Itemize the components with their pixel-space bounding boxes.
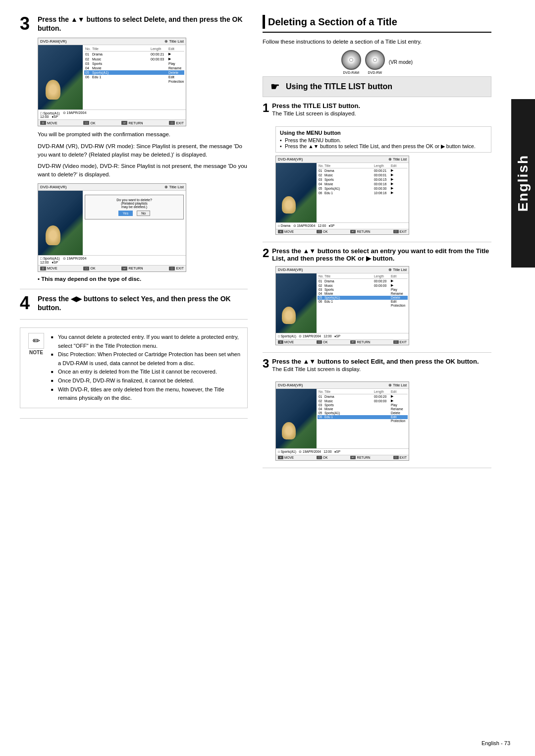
- divider-right-3: [263, 468, 491, 468]
- dvd-screen-1-header-left: DVD-RAM(VR): [40, 39, 67, 44]
- footer-text: English - 73: [482, 740, 510, 746]
- step2-number: 2: [263, 247, 269, 259]
- dvd-ram-label: DVD-RAM: [341, 71, 361, 74]
- dvd-sm-step1-header: DVD-RAM(VR) ⊕ Title List: [276, 156, 409, 163]
- note-pencil-icon: ✏: [28, 333, 44, 349]
- step3-left-title: Press the ▲▼ buttons to select Delete, a…: [38, 15, 248, 33]
- dvd-screen-2: DVD-RAM(VR) ⊕ Title List Do you want to …: [38, 183, 186, 272]
- divider-1: [20, 289, 248, 289]
- menu-note-list: Press the MENU button. Press the ▲▼ butt…: [280, 137, 487, 149]
- step3-left: 3 Press the ▲▼ buttons to select Delete,…: [20, 15, 248, 282]
- vr-mode-text: (VR mode): [389, 59, 413, 65]
- dvd-sm-step1-body: No. Title Length Edit 01Drama00:00:21▶ 0…: [276, 163, 409, 222]
- dvd-sm-list-1: No. Title Length Edit 01Drama00:00:21▶ 0…: [317, 163, 409, 222]
- dvd-list-row: 06Edu 1Edit: [84, 75, 184, 79]
- step1-header: 1 Press the TITLE LIST button. The Title…: [263, 102, 491, 122]
- dvd-list-row: Protection: [84, 79, 184, 84]
- list-item: 02Music00:00:00▶: [318, 283, 408, 288]
- title-bar-decoration: [263, 15, 265, 29]
- step4-header: 4 Press the ◀▶ buttons to select Yes, an…: [20, 294, 248, 312]
- list-item: 05Sports(A1)00:00:30▶: [318, 186, 408, 191]
- dvd-rw-label: DVD-RW: [365, 71, 385, 74]
- dvd-ram-icon-area: DVD-RAM: [341, 50, 361, 74]
- intro-text: Follow these instructions to delete a se…: [263, 38, 491, 46]
- list-item: Protection: [318, 304, 408, 308]
- page-footer: English - 73: [482, 740, 510, 746]
- dvd-sm-step1-info: □ Drama ⊙ 19APR/2004 12:00 ♦SP: [276, 222, 409, 229]
- list-item-selected: 05Sports(A1)Delete: [318, 296, 408, 300]
- divider-right-2: [263, 352, 491, 353]
- note-item-4: Once DVD-R, DVD-RW is finalized, it cann…: [51, 377, 241, 385]
- dvd-sm-list-2: No. Title Length Edit 01Drama00:00:20▶ 0…: [317, 273, 409, 333]
- list-item: 03Sports00:00:15▶: [318, 177, 408, 182]
- dvd-screen-1-footer: ≡ MOVE □ OK ↩ RETURN □ EXIT: [38, 119, 186, 126]
- dvd-screen-1-header-right: ⊕ Title List: [164, 39, 184, 44]
- step2-header: 2 Press the ▲▼ buttons to select an entr…: [263, 247, 491, 262]
- menu-note-item-2: Press the ▲▼ buttons to select Title Lis…: [280, 143, 487, 149]
- step1-right: 1 Press the TITLE LIST button. The Title…: [263, 102, 491, 234]
- dvd-sm-step3-header: DVD-RAM(VR) ⊕ Title List: [276, 382, 409, 389]
- step1-number: 1: [263, 102, 269, 114]
- dvd-screen-1-body: No. Title Length Edit 01Drama00:00:21▶ 0…: [38, 45, 186, 109]
- dvd-list-1: No. Title Length Edit 01Drama00:00:21▶ 0…: [83, 45, 186, 109]
- dvd-screen-step2: DVD-RAM(VR) ⊕ Title List No. Title Lengt…: [275, 266, 409, 345]
- dvd-sm-step2-body: No. Title Length Edit 01Drama00:00:20▶ 0…: [276, 273, 409, 333]
- dvd-screen-2-header: DVD-RAM(VR) ⊕ Title List: [38, 184, 186, 191]
- step3-right-title: Press the ▲▼ buttons to select Edit, and…: [272, 358, 479, 365]
- divider-2: [20, 319, 248, 320]
- no-button[interactable]: No: [137, 211, 150, 216]
- dvd-sm-step2-footer: ≡MOVE □OK ↩RETURN □EXIT: [276, 339, 409, 345]
- list-item: 04MovieRename: [318, 292, 408, 296]
- step3-left-bullet: • This may depend on the type of disc.: [38, 276, 248, 282]
- dvd-sm-thumb-1: [276, 163, 317, 222]
- using-button-title: Using the TITLE LIST button: [286, 82, 392, 91]
- menu-note: Using the MENU button Press the MENU but…: [275, 126, 491, 153]
- note-item-1: You cannot delete a protected entry. If …: [51, 333, 241, 350]
- yes-button[interactable]: Yes: [118, 211, 133, 216]
- main-content: 3 Press the ▲▼ buttons to select Delete,…: [0, 0, 511, 488]
- step3-right-number: 3: [263, 358, 269, 370]
- dvd-screen-1-header: DVD-RAM(VR) ⊕ Title List: [38, 38, 186, 45]
- note-section: ✏ NOTE You cannot delete a protected ent…: [20, 327, 248, 408]
- dvd-rw-icon: [365, 50, 385, 70]
- dvd-rw-icon-area: DVD-RW: [365, 50, 385, 74]
- step3-right-header: 3 Press the ▲▼ buttons to select Edit, a…: [263, 358, 491, 378]
- dvd-list-row: 01Drama00:00:21▶: [84, 52, 184, 56]
- dvd-list-1-header: No. Title Length Edit: [84, 47, 184, 52]
- list-item: 03SportsPlay: [318, 288, 408, 292]
- list-item: 04Movie00:00:16▶: [318, 182, 408, 186]
- step1-title: Press the TITLE LIST button.: [272, 102, 360, 109]
- step3-right: 3 Press the ▲▼ buttons to select Edit, a…: [263, 358, 491, 461]
- dvd-screen-step1: DVD-RAM(VR) ⊕ Title List No. Title Lengt…: [275, 156, 409, 235]
- list-item: 04MovieRename: [318, 407, 408, 411]
- dvd-screen-2-body: Do you want to delete?(Related playlists…: [38, 191, 186, 255]
- step4-left: 4 Press the ◀▶ buttons to select Yes, an…: [20, 294, 248, 312]
- list-item: 03SportsPlay: [318, 403, 408, 407]
- step3-left-body: You will be prompted with the confirmati…: [38, 130, 248, 179]
- dvd-sm-list-3: No. Title Length Edit 01Drama00:00:20▶ 0…: [317, 389, 409, 448]
- list-item: 06Edu 1Edit: [318, 300, 408, 304]
- list-item: Protection: [318, 419, 408, 423]
- dvd-list-row: 03SportsPlay: [84, 61, 184, 66]
- step2-right: 2 Press the ▲▼ buttons to select an entr…: [263, 247, 491, 345]
- list-item: 01Drama00:00:20▶: [318, 279, 408, 283]
- dvd-sm-step3-info: □ Sports(A1) ⊙ 19APR/2004 12:00 ♦SP: [276, 448, 409, 455]
- step1-body: The Title List screen is displayed.: [272, 109, 360, 118]
- confirm-buttons: Yes No: [88, 211, 180, 216]
- note-item-2: Disc Protection: When Protected or Cartr…: [51, 350, 241, 368]
- hand-icon: ☛: [268, 80, 282, 94]
- using-button-header: ☛ Using the TITLE LIST button: [263, 76, 491, 97]
- left-column: 3 Press the ▲▼ buttons to select Delete,…: [20, 15, 248, 473]
- side-tab: English: [511, 99, 535, 268]
- dvd-sm-thumb-3: [276, 389, 317, 448]
- dvd-sm-step3-body: No. Title Length Edit 01Drama00:00:20▶ 0…: [276, 389, 409, 448]
- note-item-5: With DVD-R, titles are only deleted from…: [51, 385, 241, 403]
- section-title: Deleting a Section of a Title: [268, 16, 397, 28]
- step3-right-body: The Edit Title List screen is display.: [272, 365, 479, 374]
- right-column: Deleting a Section of a Title Follow the…: [263, 15, 496, 473]
- dvd-sm-step2-info: □ Sports(A1) ⊙ 19APR/2004 12:00 ♦SP: [276, 333, 409, 339]
- list-item: 01Drama00:00:21▶: [318, 168, 408, 173]
- dvd-list-row-selected: 05Sports(A1)Delete: [84, 70, 184, 75]
- step3-left-number: 3: [20, 15, 34, 33]
- list-item: 01Drama00:00:20▶: [318, 394, 408, 399]
